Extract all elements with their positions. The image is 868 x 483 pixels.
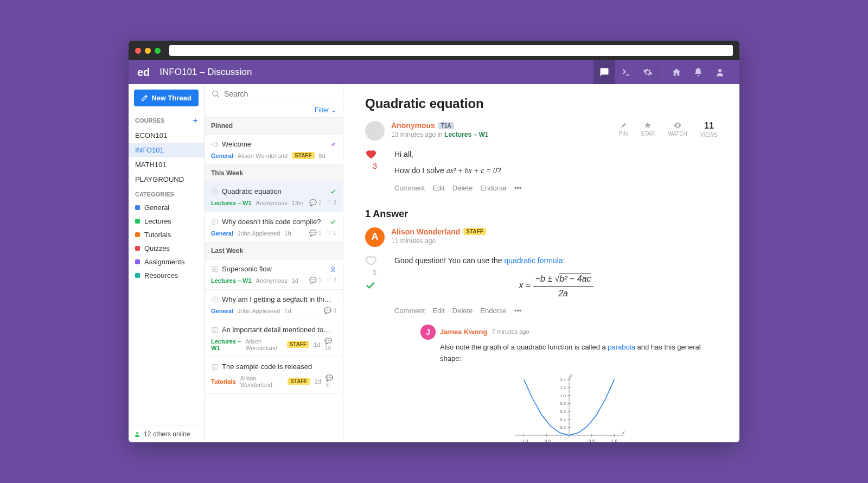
filter-button[interactable]: Filter ⌄ <box>205 104 343 118</box>
svg-text:1.4: 1.4 <box>560 377 566 382</box>
staff-badge: STAFF <box>463 228 486 235</box>
svg-point-1 <box>136 432 138 434</box>
close-window-button[interactable] <box>135 48 141 54</box>
sidebar-category-tutorials[interactable]: Tutorials <box>129 228 204 242</box>
chevron-down-icon: ⌄ <box>331 106 336 114</box>
courses-header: COURSES + <box>129 112 204 128</box>
terminal-icon[interactable] <box>615 60 637 84</box>
minimise-window-button[interactable] <box>145 48 151 54</box>
search-input[interactable] <box>224 90 336 98</box>
thread-item[interactable]: Quadratic equationLectures – W1Anonymous… <box>205 182 343 212</box>
formula: x = −b ± √b² − 4ac 2a <box>394 272 718 300</box>
question-header: Anonymous T1A 13 minutes ago in Lectures… <box>365 121 718 141</box>
check-icon <box>330 219 336 225</box>
comment-button[interactable]: Comment <box>394 306 425 317</box>
home-icon[interactable] <box>666 60 687 84</box>
svg-text:0.8: 0.8 <box>560 401 566 406</box>
parabola-link[interactable]: parabola <box>608 343 635 351</box>
svg-text:1.2: 1.2 <box>560 385 566 390</box>
heart-icon[interactable] <box>365 255 377 266</box>
edit-icon <box>141 94 148 101</box>
svg-text:0.6: 0.6 <box>560 409 566 414</box>
window-controls <box>135 48 161 54</box>
svg-point-0 <box>718 69 722 72</box>
more-button[interactable]: ••• <box>514 306 522 317</box>
more-button[interactable]: ••• <box>514 183 522 194</box>
avatar[interactable]: J <box>420 325 436 340</box>
svg-text:y: y <box>570 372 573 378</box>
titlebar <box>129 41 739 60</box>
new-thread-button[interactable]: New Thread <box>134 90 199 106</box>
category-link[interactable]: Lectures – W1 <box>444 131 488 138</box>
sidebar-category-resources[interactable]: Resources <box>129 269 204 282</box>
topbar-icons <box>593 60 731 84</box>
delete-button[interactable]: Delete <box>452 183 473 194</box>
avatar[interactable] <box>365 121 385 141</box>
edit-button[interactable]: Edit <box>432 183 444 194</box>
sidebar-course-info101[interactable]: INFO101 <box>129 143 204 157</box>
author-name[interactable]: James Kwong <box>440 327 487 338</box>
section-header: Last Week <box>205 243 343 259</box>
author-name[interactable]: Alison Wonderland STAFF <box>391 227 718 236</box>
quadratic-formula-link[interactable]: quadratic formula <box>504 256 563 265</box>
pin-icon <box>619 121 628 130</box>
heart-icon[interactable] <box>365 148 377 160</box>
avatar[interactable]: A <box>365 227 385 247</box>
delete-button[interactable]: Delete <box>452 306 473 317</box>
new-thread-label: New Thread <box>151 94 192 102</box>
star-button[interactable]: STAR <box>641 121 655 138</box>
sidebar-category-quizzes[interactable]: Quizzes <box>129 242 204 255</box>
comment-button[interactable]: Comment <box>394 183 425 194</box>
thread-item[interactable]: The sample code is releasedTutorialsAlis… <box>205 357 343 394</box>
views-count: 11VIEWS <box>700 121 718 138</box>
svg-point-2 <box>213 91 218 96</box>
add-course-button[interactable]: + <box>193 116 197 125</box>
svg-text:x: x <box>622 430 625 435</box>
bell-icon[interactable] <box>687 60 709 84</box>
sidebar-course-econ101[interactable]: ECON101 <box>129 128 204 143</box>
logo[interactable]: ed <box>137 66 150 79</box>
award-icon <box>330 266 336 272</box>
endorse-button[interactable]: Endorse <box>480 183 506 194</box>
answer-actions: CommentEditDeleteEndorse••• <box>394 306 718 317</box>
answer-head: A Alison Wonderland STAFF 11 minutes ago <box>365 227 718 247</box>
thread-item[interactable]: Why am I getting a segfault in this code… <box>205 290 343 320</box>
person-icon <box>134 431 141 437</box>
pin-button[interactable]: PIN <box>619 121 628 138</box>
url-bar[interactable] <box>169 45 733 56</box>
post-time: 7 minutes ago <box>492 327 529 337</box>
check-icon <box>330 188 336 195</box>
thread-content: Quadratic equation Anonymous T1A 13 minu… <box>343 84 739 442</box>
section-header: Pinned <box>205 118 343 135</box>
watch-button[interactable]: WATCH <box>668 121 687 138</box>
search-row <box>205 84 343 104</box>
discussion-icon[interactable] <box>593 60 615 84</box>
svg-text:1.0: 1.0 <box>560 393 566 398</box>
sidebar-course-playground[interactable]: PLAYGROUND <box>129 172 204 187</box>
like-column: 3 <box>365 148 385 194</box>
thread-item[interactable]: An important detail mentioned today's le… <box>205 320 343 357</box>
question-actions: CommentEditDeleteEndorse••• <box>394 183 718 194</box>
endorse-button[interactable]: Endorse <box>480 306 506 317</box>
author-name[interactable]: Anonymous T1A <box>391 121 612 130</box>
gear-icon[interactable] <box>637 60 659 84</box>
thread-item[interactable]: WelcomeGeneralAlison Wonderland STAFF8d <box>205 135 343 165</box>
edit-button[interactable]: Edit <box>432 306 444 317</box>
sidebar-category-general[interactable]: General <box>129 201 204 214</box>
svg-text:0.5: 0.5 <box>589 438 595 442</box>
svg-point-6 <box>332 266 335 269</box>
sidebar-category-assignments[interactable]: Assignments <box>129 255 204 269</box>
body: New Thread COURSES + ECON101INFO101MATH1… <box>129 84 739 442</box>
thread-item[interactable]: Supersonic flowLectures – W1Anonymous1d💬… <box>205 259 343 290</box>
section-header: This Week <box>205 165 343 182</box>
sidebar-category-lectures[interactable]: Lectures <box>129 214 204 228</box>
sidebar-course-math101[interactable]: MATH101 <box>129 157 204 172</box>
thread-list: Filter ⌄ PinnedWelcomeGeneralAlison Wond… <box>205 84 343 442</box>
thread-item[interactable]: Why doesn't this code compile?GeneralJoh… <box>205 212 343 243</box>
maximise-window-button[interactable] <box>155 48 161 54</box>
star-icon <box>643 121 652 130</box>
check-icon[interactable] <box>365 280 376 291</box>
question-title: Quadratic equation <box>365 96 718 111</box>
svg-text:1.0: 1.0 <box>611 438 618 442</box>
profile-icon[interactable] <box>709 60 731 84</box>
